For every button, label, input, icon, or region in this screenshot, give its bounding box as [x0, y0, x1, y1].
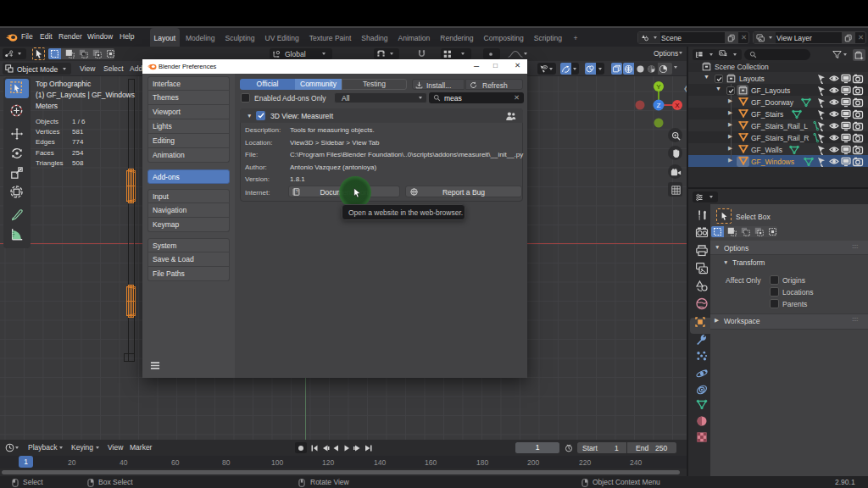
svg-text:X: X: [675, 102, 680, 109]
svg-text:Y: Y: [656, 83, 661, 91]
svg-text:Z: Z: [657, 102, 661, 109]
